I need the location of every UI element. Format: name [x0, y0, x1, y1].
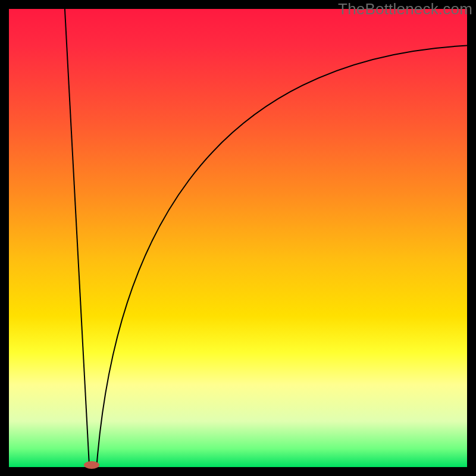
curve-left [65, 9, 89, 464]
chart-frame: TheBottleneck.com [0, 0, 476, 476]
minimum-marker [84, 461, 99, 469]
curves-svg [9, 9, 467, 467]
curve-right [97, 46, 467, 464]
watermark-text: TheBottleneck.com [338, 0, 472, 18]
plot-area [9, 9, 467, 467]
